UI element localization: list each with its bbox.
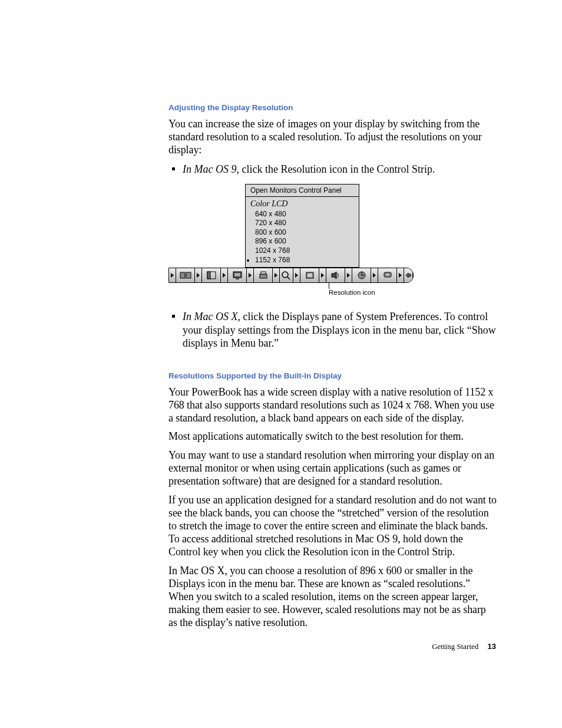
- svg-point-10: [282, 272, 288, 278]
- collapse-tab-icon[interactable]: [169, 268, 176, 282]
- popup-item[interactable]: 720 x 480: [250, 219, 354, 228]
- svg-point-19: [386, 274, 389, 276]
- svg-rect-7: [236, 278, 239, 279]
- bullet-list-2: In Mac OS X, click the Displays pane of …: [168, 310, 497, 350]
- arrow-icon[interactable]: [345, 268, 352, 282]
- svg-marker-14: [332, 272, 336, 279]
- para-auto-switch: Most applications automatically switch t…: [168, 430, 497, 443]
- callout-resolution-icon: Resolution icon: [329, 289, 497, 296]
- keyboard-icon[interactable]: [404, 268, 413, 282]
- svg-line-11: [287, 277, 290, 279]
- figure-resolution-menu: Open Monitors Control Panel Color LCD 64…: [168, 184, 497, 296]
- popup-item[interactable]: 896 x 600: [250, 237, 354, 246]
- para-mirroring: You may want to use a standard resolutio…: [168, 449, 497, 488]
- speaker-icon[interactable]: [326, 268, 345, 282]
- footer-chapter: Getting Started: [432, 642, 478, 651]
- printer-icon[interactable]: [254, 268, 273, 282]
- filesharing-icon[interactable]: [176, 268, 195, 282]
- bullet-osx: In Mac OS X, click the Displays pane of …: [168, 310, 497, 350]
- svg-rect-1: [186, 272, 191, 278]
- popup-body: Color LCD 640 x 480 720 x 480 800 x 600 …: [246, 197, 359, 267]
- appswitcher-icon[interactable]: [202, 268, 221, 282]
- svg-rect-4: [207, 272, 210, 279]
- popup-item[interactable]: 1024 x 768: [250, 246, 354, 256]
- popup-item-selected[interactable]: 1152 x 768: [250, 256, 354, 265]
- para-scaled: In Mac OS X, you can choose a resolution…: [168, 565, 497, 630]
- footer: Getting Started 13: [432, 642, 496, 651]
- heading-adjusting: Adjusting the Display Resolution: [168, 103, 497, 112]
- arrow-icon[interactable]: [397, 268, 404, 282]
- svg-rect-8: [260, 274, 267, 278]
- appletalk-icon[interactable]: [300, 268, 319, 282]
- svg-rect-6: [234, 273, 240, 276]
- arrow-icon[interactable]: [371, 268, 378, 282]
- arrow-icon[interactable]: [195, 268, 202, 282]
- callout-line: [329, 283, 329, 289]
- popup-item[interactable]: 800 x 600: [250, 228, 354, 238]
- para-native-res: Your PowerBook has a wide screen display…: [168, 386, 497, 425]
- svg-rect-13: [308, 274, 312, 277]
- footer-page-number: 13: [488, 642, 496, 651]
- popup-item[interactable]: 640 x 480: [250, 210, 354, 219]
- bullet-os9: In Mac OS 9, click the Resolution icon i…: [168, 163, 497, 176]
- intro-para: You can increase the size of images on y…: [168, 118, 497, 157]
- page: Adjusting the Display Resolution You can…: [0, 0, 562, 728]
- arrow-icon[interactable]: [247, 268, 254, 282]
- bullet-os9-text: click the Resolution icon in the Control…: [239, 163, 435, 175]
- bullet-osx-prefix: In Mac OS X,: [183, 311, 240, 322]
- grip-tab-icon[interactable]: [413, 268, 414, 282]
- svg-rect-9: [261, 272, 266, 274]
- popup-header[interactable]: Open Monitors Control Panel: [246, 185, 359, 197]
- control-strip-container: [168, 268, 414, 283]
- bullet-list-1: In Mac OS 9, click the Resolution icon i…: [168, 163, 497, 176]
- zoom-icon[interactable]: [280, 268, 293, 282]
- arrow-icon[interactable]: [273, 268, 280, 282]
- para-stretched: If you use an application designed for a…: [168, 494, 497, 559]
- popup-display-name: Color LCD: [250, 199, 354, 209]
- content-column: Adjusting the Display Resolution You can…: [168, 103, 497, 630]
- arrow-icon[interactable]: [319, 268, 326, 282]
- svg-rect-0: [180, 272, 185, 278]
- cpu-icon[interactable]: [352, 268, 371, 282]
- control-strip[interactable]: [168, 268, 414, 283]
- bullet-os9-prefix: In Mac OS 9,: [183, 163, 239, 175]
- resolution-popup-menu[interactable]: Open Monitors Control Panel Color LCD 64…: [245, 184, 359, 268]
- arrow-icon[interactable]: [221, 268, 228, 282]
- energy-icon[interactable]: [378, 268, 397, 282]
- heading-resolutions-supported: Resolutions Supported by the Built-In Di…: [168, 371, 497, 380]
- monitor-icon[interactable]: [228, 268, 247, 282]
- arrow-icon[interactable]: [293, 268, 300, 282]
